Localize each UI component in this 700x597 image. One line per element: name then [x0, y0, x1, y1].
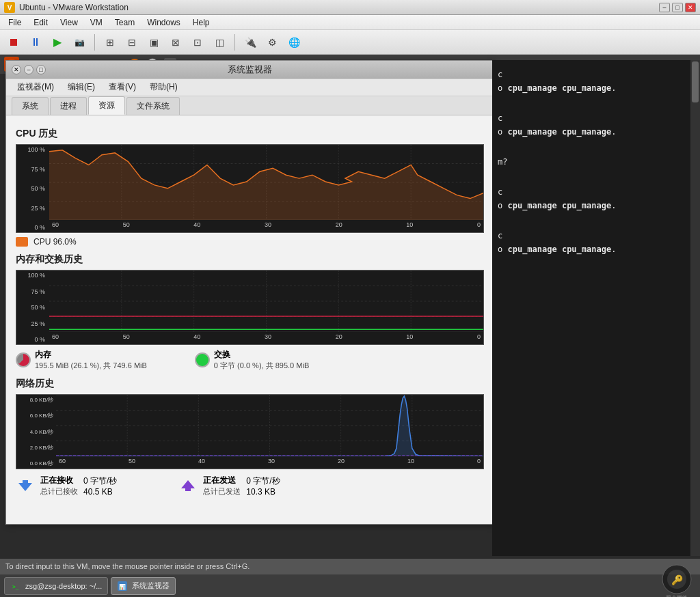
- terminal-panel[interactable]: c o cpu_manage cpu_manage. c o cpu_manag…: [492, 60, 700, 556]
- vmware-titlebar: V Ubuntu - VMware Workstation – □ ✕: [0, 0, 700, 15]
- terminal-scrollbar-thumb[interactable]: [692, 61, 699, 102]
- mem-x-30: 30: [265, 333, 271, 343]
- memory-chart: 100 % 75 % 50 % 25 % 0 %: [16, 270, 484, 345]
- menu-file[interactable]: File: [3, 16, 27, 29]
- sysmon-minimize-button[interactable]: –: [24, 65, 33, 74]
- toolbar-view1-button[interactable]: ⊞: [100, 33, 120, 52]
- terminal-line-1: c: [498, 70, 685, 79]
- memory-legend-item: 内存 195.5 MiB (26.1 %), 共 749.6 MiB: [16, 349, 147, 371]
- mem-x-60: 60: [52, 333, 59, 343]
- cpu-y-label-100: 100 %: [18, 146, 48, 153]
- send-values-group: 0 字节/秒 10.3 KB: [246, 475, 280, 497]
- ubuntu-taskbar: >_ zsg@zsg-desktop: ~/... 📊 系统监视器 🔑 黑众网络…: [0, 574, 700, 597]
- toolbar-view6-button[interactable]: ◫: [210, 33, 229, 52]
- receive-text-group: 正在接收 总计已接收: [40, 475, 78, 497]
- swap-label-group: 交换 0 字节 (0.0 %), 共 895.0 MiB: [214, 349, 309, 371]
- memory-section-title: 内存和交换历史: [16, 253, 484, 266]
- terminal-line-7: o cpu_manage cpu_manage.: [498, 201, 685, 210]
- terminal-line-5: m?: [498, 157, 685, 167]
- terminal-line-4: o cpu_manage cpu_manage.: [498, 127, 685, 137]
- cpu-x-labels: 60 50 40 30 20 10 0: [49, 220, 483, 232]
- sysmon-menu-monitor[interactable]: 监视器(M): [12, 79, 59, 95]
- toolbar-pause-button[interactable]: ⏸: [26, 33, 45, 52]
- net-x-50: 50: [129, 458, 135, 467]
- receive-icon-group: [16, 476, 35, 495]
- cpu-chart-area: [49, 145, 483, 220]
- menu-view[interactable]: View: [55, 16, 83, 29]
- terminal-line-6: c: [498, 187, 685, 197]
- toolbar-power-button[interactable]: ⏹: [4, 33, 23, 52]
- memory-legend-icon: [16, 352, 31, 367]
- toolbar-network-button[interactable]: 🌐: [284, 33, 304, 52]
- cpu-x-10: 10: [406, 221, 413, 231]
- svg-marker-20: [49, 150, 483, 220]
- sysmon-window: ✕ – □ 系统监视器 监视器(M) 编辑(E) 查看(V) 帮助(H) 系统 …: [5, 60, 494, 525]
- sysmon-menu-view[interactable]: 查看(V): [103, 79, 142, 95]
- toolbar-snapshot-button[interactable]: 📷: [70, 33, 89, 52]
- sysmon-menu-edit[interactable]: 编辑(E): [62, 79, 100, 95]
- send-value: 0 字节/秒: [246, 475, 280, 487]
- receive-total: 40.5 KB: [83, 487, 117, 497]
- memory-x-labels: 60 50 40 30 20 10 0: [49, 332, 483, 344]
- cpu-legend-text: CPU 96.0%: [33, 237, 77, 247]
- mem-y-25: 25 %: [18, 320, 48, 327]
- toolbar-separator-1: [94, 34, 95, 51]
- mem-y-0: 0 %: [18, 336, 48, 343]
- send-text-group: 正在发送 总计已发送: [203, 475, 241, 497]
- send-total-label: 总计已发送: [203, 486, 241, 497]
- send-icon-group: [178, 476, 198, 495]
- toolbar-resume-button[interactable]: ▶: [48, 33, 67, 52]
- toolbar-view3-button[interactable]: ▣: [144, 33, 163, 52]
- mem-y-100: 100 %: [18, 272, 48, 279]
- cpu-y-labels: 100 % 75 % 50 % 25 % 0 %: [16, 145, 49, 232]
- tab-resources[interactable]: 资源: [88, 96, 125, 115]
- tab-system[interactable]: 系统: [12, 97, 49, 115]
- vmware-maximize-button[interactable]: □: [672, 3, 683, 12]
- terminal-scrollbar[interactable]: [690, 60, 700, 556]
- sysmon-content: CPU 历史 100 % 75 % 50 % 25 % 0 %: [6, 115, 494, 524]
- menu-windows[interactable]: Windows: [142, 16, 186, 29]
- memory-label-group: 内存 195.5 MiB (26.1 %), 共 749.6 MiB: [35, 349, 147, 371]
- toolbar-settings-button[interactable]: ⚙: [262, 33, 282, 52]
- sysmon-titlebar: ✕ – □ 系统监视器: [6, 61, 494, 79]
- toolbar-view2-button[interactable]: ⊟: [122, 33, 142, 52]
- net-y-8: 8.0 KB/秒: [18, 396, 55, 404]
- toolbar-view4-button[interactable]: ⊠: [166, 33, 185, 52]
- terminal-line-2: o cpu_manage cpu_manage.: [498, 83, 685, 93]
- receive-legend: 正在接收 总计已接收 0 字节/秒 40.5 KB: [16, 475, 117, 497]
- menu-vm[interactable]: VM: [85, 16, 108, 29]
- mem-x-20: 20: [336, 333, 342, 343]
- tab-filesystem[interactable]: 文件系统: [126, 97, 180, 115]
- sysmon-menubar: 监视器(M) 编辑(E) 查看(V) 帮助(H): [6, 79, 494, 96]
- net-x-30: 30: [268, 458, 275, 467]
- cpu-legend: CPU 96.0%: [16, 237, 484, 247]
- svg-text:V: V: [8, 4, 12, 12]
- toolbar-usb-button[interactable]: 🔌: [241, 33, 260, 52]
- receive-label: 正在接收: [40, 475, 78, 486]
- sysmon-maximize-button[interactable]: □: [36, 65, 46, 74]
- cpu-x-50: 50: [123, 221, 130, 231]
- memory-legend: 内存 195.5 MiB (26.1 %), 共 749.6 MiB 交换 0 …: [16, 349, 484, 371]
- vmware-minimize-button[interactable]: –: [659, 3, 670, 12]
- memory-detail: 195.5 MiB (26.1 %), 共 749.6 MiB: [35, 361, 147, 371]
- taskbar-terminal[interactable]: >_ zsg@zsg-desktop: ~/...: [4, 577, 108, 595]
- net-x-40: 40: [198, 458, 205, 467]
- menu-team[interactable]: Team: [109, 16, 140, 29]
- network-section-title: 网络历史: [16, 378, 484, 390]
- tab-process[interactable]: 进程: [50, 97, 87, 115]
- taskbar-sysmon[interactable]: 📊 系统监视器: [111, 577, 176, 595]
- menu-edit[interactable]: Edit: [28, 16, 53, 29]
- cpu-x-40: 40: [193, 221, 200, 231]
- vmware-window-controls: – □ ✕: [659, 3, 696, 12]
- toolbar-view5-button[interactable]: ⊡: [188, 33, 207, 52]
- cpu-y-label-0: 0 %: [18, 224, 48, 231]
- net-y-6: 6.0 KB/秒: [18, 412, 55, 419]
- sysmon-close-button[interactable]: ✕: [12, 65, 21, 74]
- vmware-close-button[interactable]: ✕: [685, 3, 696, 12]
- send-legend: 正在发送 总计已发送 0 字节/秒 10.3 KB: [178, 475, 280, 497]
- watermark-logo: 🔑: [662, 564, 692, 594]
- menu-help[interactable]: Help: [187, 16, 215, 29]
- sysmon-menu-help[interactable]: 帮助(H): [144, 79, 183, 95]
- network-y-labels: 8.0 KB/秒 6.0 KB/秒 4.0 KB/秒 2.0 KB/秒 0.0 …: [16, 395, 56, 469]
- svg-text:>_: >_: [12, 584, 19, 590]
